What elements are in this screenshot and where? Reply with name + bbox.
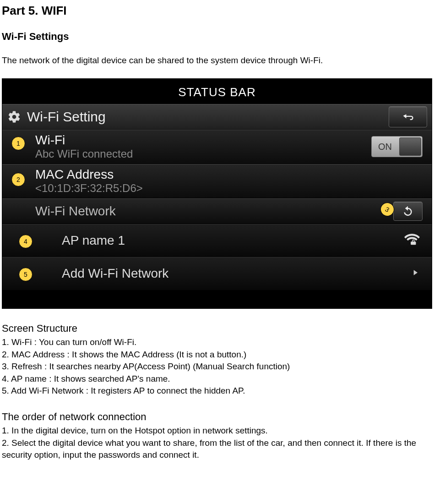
ss-item-4: 4. AP name : It shows searched AP's name… (2, 373, 432, 385)
ss-item-5: 5. Add Wi-Fi Network : It registers AP t… (2, 385, 432, 397)
back-button[interactable] (389, 106, 427, 127)
wifi-toggle-row[interactable]: 1 Wi-Fi Abc WiFi connected ON (2, 130, 432, 164)
screen-title: Wi-Fi Setting (27, 109, 389, 125)
order-heading: The order of network connection (2, 411, 432, 423)
chevron-right-icon (411, 266, 420, 281)
order-list: 1. In the digital device, turn on the Ho… (2, 425, 432, 461)
toggle-on-label: ON (372, 142, 398, 152)
ap-list-item[interactable]: 4 AP name 1 (2, 224, 432, 257)
wifi-network-row: Wi-Fi Network 3 (2, 198, 432, 224)
ss-item-1: 1. Wi-Fi : You can turn on/off Wi-Fi. (2, 336, 432, 349)
status-bar: STATUS BAR (2, 79, 432, 104)
back-arrow-icon (400, 110, 416, 123)
order-item-1: 1. In the digital device, turn on the Ho… (2, 425, 432, 437)
add-wifi-row[interactable]: 5 Add Wi-Fi Network (2, 257, 432, 290)
wifi-toggle[interactable]: ON (371, 136, 423, 157)
toggle-knob (399, 137, 421, 156)
mac-row-title: MAC Address (35, 167, 423, 182)
section-title: Wi-Fi Settings (2, 31, 432, 43)
wifi-row-title: Wi-Fi (35, 133, 371, 148)
add-wifi-label: Add Wi-Fi Network (62, 266, 411, 281)
screenshot-bottom-gap (2, 290, 432, 308)
wifi-row-sub: Abc WiFi connected (35, 148, 371, 161)
callout-4: 4 (19, 235, 33, 248)
gear-icon (7, 110, 22, 124)
callout-5: 5 (19, 268, 33, 281)
refresh-icon (401, 204, 415, 218)
callout-2: 2 (11, 173, 25, 186)
order-item-2: 2. Select the digital device what you wa… (2, 437, 432, 461)
mac-address-row: 2 MAC Address <10:1D:3F:32:R5:D6> (2, 164, 432, 198)
ss-item-3: 3. Refresh : It searches nearby AP(Acces… (2, 361, 432, 373)
part-title: Part 5. WIFI (2, 4, 432, 18)
screen-structure-heading: Screen Structure (2, 323, 432, 334)
wifi-settings-screenshot: STATUS BAR Wi-Fi Setting 1 Wi-Fi Abc WiF… (2, 78, 432, 309)
ss-item-2: 2. MAC Address : It shows the MAC Addres… (2, 349, 432, 361)
mac-row-sub: <10:1D:3F:32:R5:D6> (35, 182, 423, 195)
wifi-network-title: Wi-Fi Network (35, 204, 393, 219)
intro-text: The network of the digital device can be… (2, 55, 432, 66)
screen-header: Wi-Fi Setting (2, 104, 432, 130)
ap-name-label: AP name 1 (62, 233, 404, 248)
callout-1: 1 (11, 137, 25, 150)
refresh-button[interactable] (393, 202, 423, 221)
wifi-lock-icon (404, 232, 420, 249)
screen-structure-list: 1. Wi-Fi : You can turn on/off Wi-Fi. 2.… (2, 336, 432, 397)
